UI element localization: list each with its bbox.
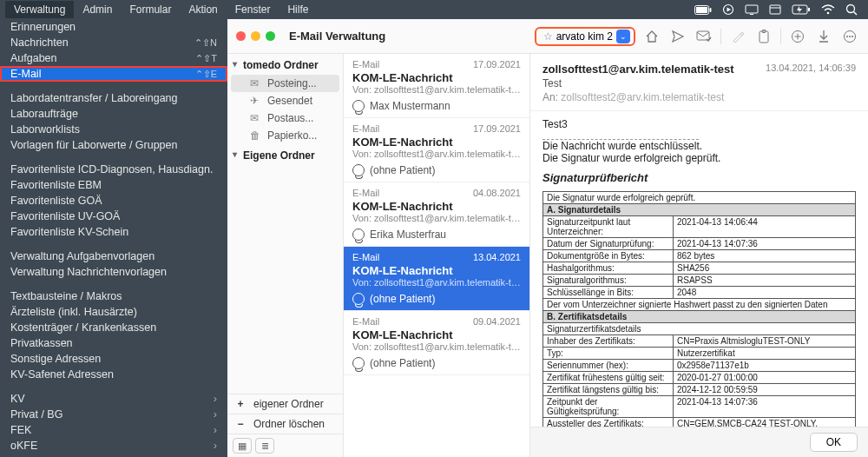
svg-point-13: [847, 5, 855, 13]
menu-aktion[interactable]: Aktion: [180, 1, 226, 18]
menu-formular[interactable]: Formular: [121, 1, 180, 18]
send-button[interactable]: [668, 27, 687, 46]
folder-item-0[interactable]: ✉Posteing...: [231, 75, 339, 92]
svg-point-23: [849, 36, 851, 37]
svg-rect-6: [750, 14, 753, 15]
home-button[interactable]: [642, 27, 661, 46]
edit-button[interactable]: [728, 27, 747, 46]
signature-table: Die Signatur wurde erfolgreich geprüft.A…: [542, 191, 856, 457]
toolbar: E-Mail Verwaltung ☆ arvato kim 2 ⌄: [227, 19, 868, 54]
detail-to: An: zollsofttest2@arv.kim.telematik-test: [542, 91, 856, 103]
sidebar-item-3[interactable]: E-Mail⌃⇧E: [0, 66, 227, 82]
folder-header-tomedo[interactable]: tomedo Ordner: [227, 54, 343, 75]
signature-report-title: Signaturprüfbericht: [542, 171, 856, 184]
message-item-3[interactable]: E-Mail13.04.2021KOM-LE-NachrichtVon: zol…: [344, 247, 529, 311]
sidebar-item-1[interactable]: Nachrichten⌃⇧N: [0, 35, 227, 50]
sidebar-item-20[interactable]: Ärzteliste (inkl. Hausärzte): [0, 304, 227, 320]
sidebar-item-24[interactable]: KV-Safenet Adressen: [0, 367, 227, 382]
record-icon: [717, 3, 740, 16]
ok-button[interactable]: OK: [810, 433, 858, 452]
sidebar-item-11[interactable]: Favoritenliste EBM: [0, 177, 227, 193]
charging-icon: [786, 4, 816, 15]
download-button[interactable]: [814, 27, 833, 46]
main-window: E-Mail Verwaltung ☆ arvato kim 2 ⌄ tomed…: [227, 19, 868, 457]
menu-verwaltung[interactable]: Verwaltung: [5, 1, 74, 18]
patient-icon: [352, 293, 365, 305]
folder-column: tomedo Ordner ✉Posteing...✈Gesendet✉Post…: [227, 54, 344, 457]
folder-icon: ✉: [250, 77, 262, 89]
folder-header-own[interactable]: Eigene Ordner: [227, 144, 343, 165]
sidebar-item-14[interactable]: Favoritenliste KV-Schein: [0, 224, 227, 240]
body-line-2: Die Signatur wurde erfolgreich geprüft.: [542, 152, 856, 164]
sidebar-item-7[interactable]: Laborworklists: [0, 122, 227, 137]
sidebar-item-28[interactable]: FEK›: [0, 422, 227, 438]
patient-icon: [352, 164, 365, 176]
message-list[interactable]: E-Mail17.09.2021KOM-LE-NachrichtVon: zol…: [344, 54, 530, 457]
message-item-1[interactable]: E-Mail17.09.2021KOM-LE-NachrichtVon: zol…: [344, 118, 529, 182]
battery-icon: [689, 5, 717, 15]
clipboard-button[interactable]: [754, 27, 773, 46]
menu-admin[interactable]: Admin: [74, 1, 121, 18]
add-button[interactable]: [788, 27, 807, 46]
detail-subject: Test: [542, 77, 856, 89]
sidebar-item-5[interactable]: Labordatentransfer / Laboreingang: [0, 90, 227, 106]
wifi-icon: [816, 4, 840, 15]
more-button[interactable]: [840, 27, 859, 46]
sidebar-item-8[interactable]: Vorlagen für Laborwerte / Gruppen: [0, 137, 227, 153]
view-grid-button[interactable]: ▦: [233, 438, 252, 454]
svg-rect-15: [697, 31, 709, 40]
svg-marker-11: [797, 6, 802, 13]
menu-hilfe[interactable]: Hilfe: [279, 1, 317, 18]
sidebar-item-6[interactable]: Laboraufträge: [0, 106, 227, 122]
sidebar-item-13[interactable]: Favoritenliste UV-GOÄ: [0, 209, 227, 224]
sidebar-item-0[interactable]: Erinnerungen: [0, 19, 227, 35]
delete-folder-button[interactable]: −Ordner löschen: [227, 414, 343, 434]
menubar: Verwaltung Admin Formular Aktion Fenster…: [0, 0, 868, 19]
add-folder-button[interactable]: +eigener Ordner: [227, 394, 343, 414]
search-icon[interactable]: [840, 3, 863, 16]
patient-icon: [352, 100, 365, 112]
sidebar-item-2[interactable]: Aufgaben⌃⇧T: [0, 50, 227, 66]
sidebar-item-29[interactable]: oKFE›: [0, 438, 227, 454]
folder-item-2[interactable]: ✉Postaus...: [227, 109, 343, 127]
view-list-button[interactable]: ≣: [255, 438, 274, 454]
star-icon: ☆: [543, 30, 553, 43]
sidebar-item-12[interactable]: Favoritenliste GOÄ: [0, 193, 227, 209]
sidebar-item-19[interactable]: Textbausteine / Makros: [0, 288, 227, 304]
sidebar-item-16[interactable]: Verwaltung Aufgabenvorlagen: [0, 248, 227, 264]
sidebar-item-22[interactable]: Privatkassen: [0, 335, 227, 351]
dropdown-icon: ⌄: [616, 30, 630, 43]
detail-datetime: 13.04.2021, 14:06:39: [766, 63, 856, 73]
message-item-0[interactable]: E-Mail17.09.2021KOM-LE-NachrichtVon: zol…: [344, 54, 529, 118]
message-item-2[interactable]: E-Mail04.08.2021KOM-LE-NachrichtVon: zol…: [344, 182, 529, 247]
message-detail: zollsofttest1@arv.kim.telematik-test 13.…: [530, 54, 868, 457]
account-selector[interactable]: ☆ arvato kim 2 ⌄: [535, 27, 635, 46]
window-title: E-Mail Verwaltung: [289, 30, 385, 43]
folder-item-3[interactable]: 🗑Papierko...: [227, 127, 343, 144]
display-icon: [740, 4, 764, 15]
menu-fenster[interactable]: Fenster: [227, 1, 279, 18]
account-name: arvato kim 2: [556, 30, 613, 43]
detail-body[interactable]: Test3 Die Nachricht wurde entschlüsselt.…: [530, 111, 868, 457]
svg-rect-10: [808, 8, 810, 11]
patient-icon: [352, 357, 365, 369]
sidebar-item-21[interactable]: Kostenträger / Krankenkassen: [0, 320, 227, 335]
patient-icon: [352, 228, 365, 241]
folder-icon: ✈: [250, 95, 262, 107]
sidebar-item-27[interactable]: Privat / BG›: [0, 407, 227, 422]
svg-point-12: [827, 12, 830, 15]
svg-line-14: [854, 12, 858, 16]
sidebar-item-10[interactable]: Favoritenliste ICD-Diagnosen, Hausdiagn.: [0, 162, 227, 177]
sidebar-item-30[interactable]: HKS›: [0, 454, 227, 457]
message-item-4[interactable]: E-Mail09.04.2021KOM-LE-NachrichtVon: zol…: [344, 311, 529, 375]
folder-icon: ✉: [250, 112, 262, 124]
window-controls[interactable]: [236, 31, 275, 41]
detail-from: zollsofttest1@arv.kim.telematik-test: [542, 63, 734, 76]
mail-check-button[interactable]: [694, 27, 713, 46]
svg-rect-1: [696, 7, 707, 13]
svg-point-22: [846, 36, 848, 37]
sidebar-item-17[interactable]: Verwaltung Nachrichtenvorlagen: [0, 264, 227, 280]
folder-item-1[interactable]: ✈Gesendet: [227, 92, 343, 109]
sidebar-item-26[interactable]: KV›: [0, 391, 227, 407]
sidebar-item-23[interactable]: Sonstige Adressen: [0, 351, 227, 367]
